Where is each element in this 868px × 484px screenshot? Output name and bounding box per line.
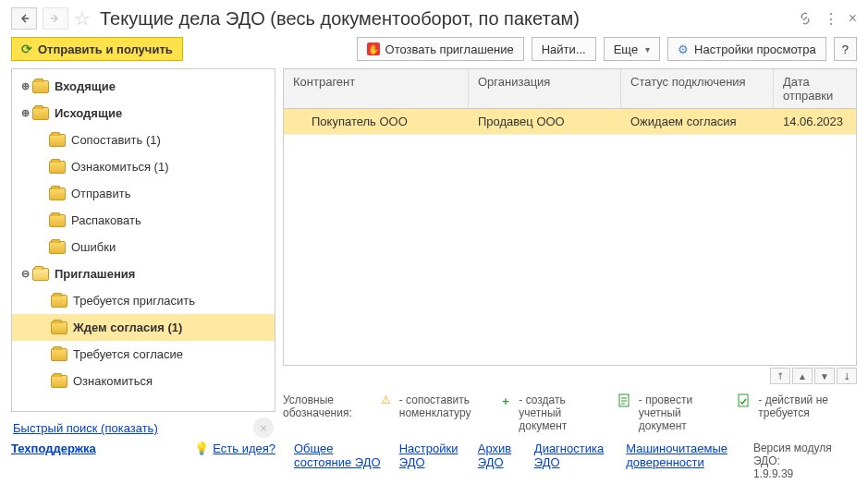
support-link[interactable]: Техподдержка (11, 442, 96, 455)
tree-label: Ознакомиться (1) (71, 160, 169, 174)
tree-label: Требуется пригласить (73, 294, 195, 308)
revoke-invite-label: Отозвать приглашение (385, 42, 514, 56)
tree-item-need-invite[interactable]: Требуется пригласить (12, 287, 275, 314)
document-icon (618, 393, 633, 408)
tree-item-outbox[interactable]: ⊕ Исходящие (12, 100, 275, 127)
find-button[interactable]: Найти... (532, 37, 596, 61)
star-icon[interactable]: ☆ (74, 7, 91, 30)
legend-label: Условные обозначения: (283, 393, 362, 419)
folder-icon (49, 214, 66, 227)
stop-icon: ✋ (367, 42, 380, 55)
legend-create: - создать учетный документ (519, 393, 602, 432)
tree-label: Исходящие (55, 106, 122, 120)
find-label: Найти... (542, 42, 586, 56)
kebab-icon[interactable]: ⋮ (824, 10, 837, 28)
th-organization[interactable]: Организация (469, 69, 621, 108)
tree-label: Входящие (55, 79, 116, 93)
view-settings-button[interactable]: ⚙ Настройки просмотра (667, 37, 826, 61)
folder-icon (51, 375, 67, 388)
help-button[interactable]: ? (834, 37, 857, 61)
legend: Условные обозначения: ⚠ - сопоставить но… (283, 386, 857, 438)
th-conn-status[interactable]: Статус подключения (621, 69, 774, 108)
revoke-invite-button[interactable]: ✋ Отозвать приглашение (357, 37, 524, 61)
table-row[interactable]: Покупатель ООО Продавец ООО Ожидаем согл… (284, 109, 856, 135)
tree-item-review[interactable]: Ознакомиться (1) (12, 153, 275, 180)
folder-icon (51, 295, 67, 308)
th-send-date[interactable]: Дата отправки (774, 69, 856, 108)
plus-icon: ＋ (498, 393, 513, 409)
data-table: Контрагент Организация Статус подключени… (283, 68, 857, 366)
collapse-icon[interactable]: ⊖ (18, 267, 32, 282)
expand-icon[interactable]: ⊕ (18, 106, 32, 121)
folder-icon (49, 241, 66, 254)
td-organization: Продавец ООО (469, 109, 621, 134)
more-button[interactable]: Еще ▾ (604, 37, 660, 61)
tree-item-wait-agree[interactable]: Ждем согласия (1) (12, 314, 275, 341)
refresh-icon: ⟳ (21, 42, 32, 56)
overall-link[interactable]: Общее состояние ЭДО (294, 442, 383, 480)
nav-down-button[interactable]: ▼ (814, 368, 835, 384)
tree-item-inbox[interactable]: ⊕ Входящие (12, 73, 275, 100)
nav-back-button[interactable] (11, 7, 37, 30)
version-label: Версия модуля ЭДО: (753, 442, 857, 467)
tree-item-invites[interactable]: ⊖ Приглашения (12, 260, 275, 287)
link-icon[interactable] (798, 11, 813, 26)
quick-search-link[interactable]: Быстрый поиск (показать) (13, 421, 158, 435)
mcd-link[interactable]: Машиночитаемые доверенности (626, 442, 737, 480)
settings-link[interactable]: Настройки ЭДО (399, 442, 461, 480)
archive-link[interactable]: Архив ЭДО (478, 442, 518, 480)
table-header: Контрагент Организация Статус подключени… (284, 69, 856, 109)
tree-label: Сопоставить (1) (71, 133, 161, 147)
version-value: 1.9.9.39 (753, 467, 857, 480)
idea-link[interactable]: Есть идея? (213, 442, 275, 455)
tree-label: Приглашения (55, 267, 135, 281)
legend-none: - действий не требуется (758, 393, 857, 419)
document-check-icon (738, 393, 752, 408)
folder-icon (49, 161, 66, 174)
folder-icon (49, 188, 66, 200)
tree-item-match[interactable]: Сопоставить (1) (12, 127, 275, 153)
tree-item-send[interactable]: Отправить (12, 180, 275, 207)
tree-label: Требуется согласие (73, 347, 183, 361)
folder-icon (51, 348, 67, 361)
folder-icon (51, 321, 67, 334)
folder-icon (49, 134, 66, 147)
nav-last-button[interactable]: ⤓ (837, 368, 857, 384)
nav-first-button[interactable]: ⤒ (770, 368, 790, 384)
chevron-down-icon: ▾ (645, 44, 650, 54)
tree-label: Ознакомиться (73, 374, 153, 388)
tree-label: Ошибки (71, 240, 116, 254)
tree-item-unpack[interactable]: Распаковать (12, 207, 275, 234)
view-settings-label: Настройки просмотра (694, 42, 816, 56)
folder-tree: ⊕ Входящие ⊕ Исходящие Сопоставить (1) (11, 68, 275, 412)
close-icon[interactable]: × (849, 10, 857, 27)
more-label: Еще (614, 42, 638, 56)
diag-link[interactable]: Диагностика ЭДО (534, 442, 609, 480)
tree-label: Отправить (71, 187, 130, 200)
nav-up-button[interactable]: ▲ (792, 368, 813, 384)
tree-label: Распаковать (71, 213, 141, 227)
svg-rect-1 (739, 394, 748, 406)
folder-open-icon (32, 268, 49, 281)
td-counterparty: Покупатель ООО (284, 109, 469, 134)
warning-icon: ⚠ (379, 393, 394, 406)
tree-item-review2[interactable]: Ознакомиться (12, 368, 275, 394)
folder-icon (32, 80, 49, 93)
legend-match: - сопоставить номенклатуру (399, 393, 483, 419)
th-counterparty[interactable]: Контрагент (284, 69, 469, 108)
gear-icon: ⚙ (678, 42, 689, 56)
td-conn-status: Ожидаем согласия (621, 109, 774, 134)
send-receive-button[interactable]: ⟳ Отправить и получить (11, 37, 183, 61)
expand-icon[interactable]: ⊕ (18, 79, 32, 94)
help-label: ? (842, 42, 849, 56)
tree-label: Ждем согласия (1) (73, 321, 182, 334)
page-title: Текущие дела ЭДО (весь документооборот, … (96, 8, 792, 30)
tree-item-errors[interactable]: Ошибки (12, 234, 275, 260)
td-send-date: 14.06.2023 (774, 109, 856, 134)
clear-icon[interactable]: × (253, 417, 274, 438)
tree-item-need-agree[interactable]: Требуется согласие (12, 341, 275, 368)
table-nav-strip: ⤒ ▲ ▼ ⤓ (283, 366, 857, 386)
bulb-icon: 💡 (194, 442, 209, 455)
nav-forward-button[interactable] (43, 7, 68, 30)
send-receive-label: Отправить и получить (38, 42, 173, 56)
